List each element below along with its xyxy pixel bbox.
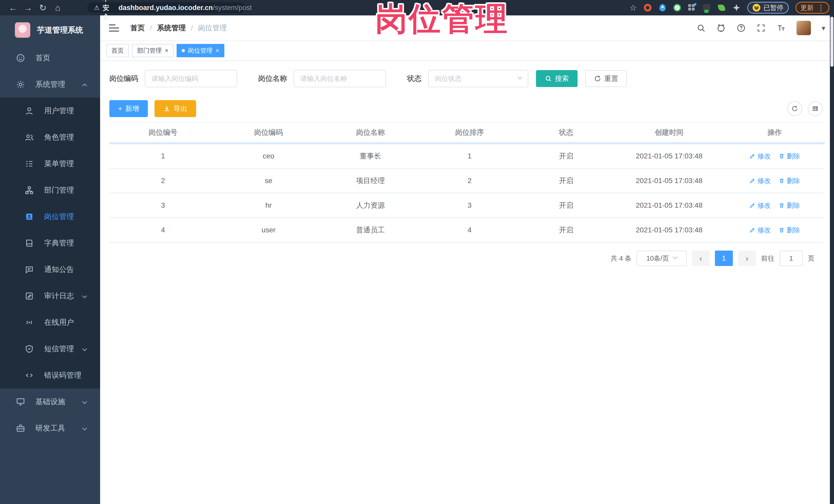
users-icon [25,133,34,142]
delete-link[interactable]: 删除 [778,201,800,210]
add-button[interactable]: + 新增 [109,100,148,117]
page-scrollbar [830,16,834,504]
sidebar-item-dictionary[interactable]: 字典管理 [0,230,100,256]
url-host: dashboard.yudao.iocoder.cn [118,4,213,12]
extension-check-icon[interactable]: ✓ [673,4,681,12]
sidebar-item-posts[interactable]: 岗位管理 [0,203,100,230]
scrollbar-thumb[interactable] [830,17,833,67]
app-title: 芋道管理系统 [37,25,83,36]
refresh-icon [594,75,601,82]
sidebar-item-system[interactable]: 系统管理 [0,71,100,97]
browser-toolbar: ← → ↻ ⌂ ⚠ 不安全 dashboard.yudao.iocoder.cn… [0,0,834,16]
sidebar-item-departments[interactable]: 部门管理 [0,177,100,203]
extension-leaf-icon[interactable] [718,4,726,12]
user-icon [25,106,34,115]
extension-pin-icon[interactable] [658,4,667,12]
edit-link[interactable]: 修改 [749,176,771,185]
status-select[interactable]: 岗位状态 [428,70,528,87]
close-icon[interactable]: × [216,47,219,54]
sidebar-item-notices[interactable]: 通知公告 [0,256,100,283]
columns-grid-icon [812,105,818,112]
extension-ubuntu-icon[interactable] [643,4,652,12]
delete-link[interactable]: 删除 [778,152,800,161]
pencil-icon [749,153,755,159]
post-code-input[interactable] [145,70,237,87]
not-secure-warning-icon: ⚠ [94,4,100,11]
sidebar-item-menus[interactable]: 菜单管理 [0,151,100,177]
avatar-caret-down-icon[interactable]: ▾ [822,24,825,32]
table-row: 3 hr 人力资源 3 开启 2021-01-05 17:03:48 修改 删除 [109,194,825,218]
next-page-button[interactable]: › [738,250,756,266]
page-size-select[interactable]: 10条/页 [637,250,687,266]
sidebar: 芋道管理系统 首页 系统管理 用户管理 角色管理 [0,16,100,504]
extension-grid-icon[interactable] [688,4,696,12]
sidebar-item-infrastructure[interactable]: 基础设施 [0,389,100,415]
browser-reload-icon[interactable]: ↻ [36,3,50,13]
reset-button[interactable]: 重置 [585,70,627,87]
breadcrumb-home[interactable]: 首页 [130,23,145,33]
sidebar-item-online-users[interactable]: 在线用户 [0,309,100,335]
breadcrumb-current: 岗位管理 [198,23,227,33]
extension-gif-icon[interactable] [703,4,711,12]
delete-link[interactable]: 删除 [778,226,800,235]
url-path: /system/post [213,4,252,12]
extension-pinwheel-icon[interactable] [732,4,741,12]
sidebar-item-users[interactable]: 用户管理 [0,97,100,124]
prev-page-button[interactable]: ‹ [692,250,710,266]
github-icon[interactable] [717,23,726,32]
sidebar-item-home[interactable]: 首页 [0,45,100,71]
column-settings-button[interactable] [808,101,823,116]
breadcrumb-system[interactable]: 系统管理 [157,23,186,33]
sidebar-toggle-icon[interactable] [109,24,119,31]
tag-posts-active[interactable]: 岗位管理 × [177,44,224,57]
export-button[interactable]: 导出 [155,100,196,117]
search-icon [545,75,552,82]
tag-home[interactable]: 首页 [106,44,129,57]
log-edit-icon [25,291,34,301]
app-logo-row: 芋道管理系统 [0,16,100,41]
column-header: 创建时间 [614,128,725,137]
edit-link[interactable]: 修改 [749,226,771,235]
refresh-table-button[interactable] [787,101,802,116]
edit-link[interactable]: 修改 [749,201,771,210]
column-header: 岗位编码 [217,128,320,137]
goto-page-input[interactable] [780,250,803,266]
sidebar-item-sms[interactable]: 短信管理 [0,335,100,362]
search-button[interactable]: 搜索 [536,70,577,87]
user-avatar[interactable] [796,21,811,35]
page-1-button[interactable]: 1 [715,250,733,266]
browser-update-button[interactable]: 更新 ⋮ [795,2,829,14]
close-icon[interactable]: × [165,47,169,54]
sidebar-item-dev-tools[interactable]: 研发工具 [0,415,100,441]
search-icon[interactable] [697,23,706,32]
signal-icon [25,318,34,327]
column-header: 岗位排序 [420,128,519,137]
app-logo-rabbit [15,22,30,38]
edit-link[interactable]: 修改 [749,152,771,161]
fullscreen-icon[interactable] [756,23,766,32]
browser-home-icon[interactable]: ⌂ [50,3,65,13]
sidebar-item-error-codes[interactable]: 错误码管理 [0,362,100,389]
address-bar[interactable]: ⚠ 不安全 dashboard.yudao.iocoder.cn /system… [87,2,245,13]
sidebar-item-roles[interactable]: 角色管理 [0,124,100,151]
screen: 岗位管理 ← → ↻ ⌂ ⚠ 不安全 dashboard.yudao.iocod… [0,0,834,504]
browser-menu-kebab-icon: ⋮ [817,4,825,12]
post-name-input[interactable] [294,70,386,87]
total-count: 共 4 条 [611,254,632,263]
browser-back-icon[interactable]: ← [6,3,21,13]
breadcrumb-separator: / [150,24,152,32]
bookmark-star-icon[interactable]: ☆ [630,3,637,13]
book-icon [25,239,34,248]
font-size-icon[interactable] [776,23,786,32]
help-icon[interactable] [737,23,746,32]
chevron-down-icon [83,345,86,353]
breadcrumb-separator: / [191,24,193,32]
browser-forward-icon[interactable]: → [21,3,36,13]
chevron-down-icon [83,292,86,300]
column-header: 状态 [519,128,614,137]
delete-link[interactable]: 删除 [778,176,800,185]
post-name-label: 岗位名称 [258,74,287,84]
sidebar-item-audit-log[interactable]: 审计日志 [0,283,100,309]
tag-departments[interactable]: 部门管理 × [132,44,174,57]
profile-paused-chip[interactable]: 已暂停 [747,2,789,14]
